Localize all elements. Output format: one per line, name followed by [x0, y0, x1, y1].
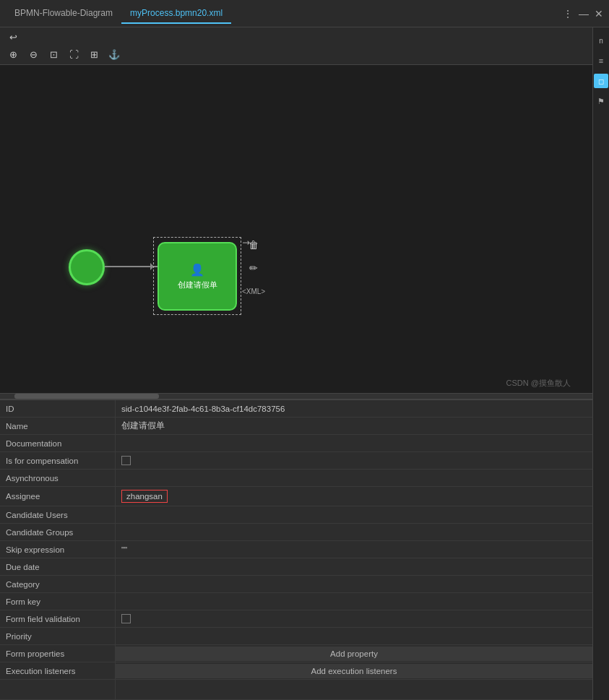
tab-bpmn-xml[interactable]: myProcess.bpmn20.xml [121, 4, 231, 24]
skip-expression-value[interactable]: "" [116, 541, 592, 558]
id-label: ID [0, 400, 116, 417]
prop-row-skip-expression: Skip expression "" [0, 541, 592, 558]
due-date-label: Due date [0, 558, 116, 575]
name-value[interactable]: 创建请假单 [116, 418, 592, 434]
candidate-users-value[interactable] [116, 506, 592, 523]
due-date-value[interactable] [116, 558, 592, 575]
prop-row-assignee: Assignee zhangsan [0, 487, 592, 506]
form-properties-label: Form properties [0, 645, 116, 662]
sidebar-icon-n[interactable]: n [594, 33, 608, 48]
category-value[interactable] [116, 576, 592, 592]
documentation-value[interactable] [116, 435, 592, 451]
diagram-panel: ↩ ⊕ ⊖ ⊡ ⛶ ⊞ ⚓ 👤 创建请假单 [0, 27, 592, 700]
minimize-icon[interactable]: — [579, 8, 589, 20]
prop-row-form-field-validation: Form field validation [0, 610, 592, 628]
close-icon[interactable]: ✕ [595, 8, 603, 20]
add-property-button[interactable]: Add property [116, 647, 592, 661]
form-properties-value[interactable]: Add property [116, 645, 592, 662]
priority-value[interactable] [116, 628, 592, 644]
add-execution-listeners-button[interactable]: Add execution listeners [116, 664, 592, 678]
main-container: ↩ ⊕ ⊖ ⊡ ⛶ ⊞ ⚓ 👤 创建请假单 [0, 27, 609, 700]
user-task-node[interactable]: 👤 创建请假单 [157, 242, 237, 311]
sidebar-icon-panel[interactable]: ◻ [594, 74, 608, 88]
fullscreen-icon[interactable]: ⛶ [66, 48, 81, 62]
sidebar-icon-menu[interactable]: ≡ [594, 53, 608, 68]
grid-icon[interactable]: ⊞ [87, 48, 101, 62]
prop-row-form-properties: Form properties Add property [0, 645, 592, 662]
anchor-icon[interactable]: ⚓ [107, 48, 121, 62]
id-value[interactable]: sid-c1044e3f-2fab-4c61-8b3a-cf14dc783756 [116, 400, 592, 417]
form-key-label: Form key [0, 593, 116, 610]
compensation-checkbox[interactable] [121, 456, 131, 465]
candidate-groups-label: Candidate Groups [0, 524, 116, 540]
xml-label[interactable]: <XML> [246, 283, 262, 299]
compensation-label: Is for compensation [0, 452, 116, 469]
right-sidebar: n ≡ ◻ ⚑ [592, 27, 609, 700]
prop-row-documentation: Documentation [0, 435, 592, 452]
documentation-label: Documentation [0, 435, 116, 451]
task-icon: 👤 [190, 263, 204, 277]
delete-icon[interactable]: 🗑 [246, 237, 262, 253]
assignee-label: Assignee [0, 487, 116, 506]
start-event[interactable] [69, 249, 105, 285]
form-field-validation-checkbox[interactable] [121, 614, 131, 623]
canvas-area[interactable]: 👤 创建请假单 ↗ 🗑 ✏ <XML> CSDN @摸鱼散人 [0, 65, 592, 393]
execution-listeners-label: Execution listeners [0, 662, 116, 679]
prop-row-execution-listeners: Execution listeners Add execution listen… [0, 662, 592, 680]
undo-icon[interactable]: ↩ [6, 30, 20, 45]
toolbar-row-2: ⊕ ⊖ ⊡ ⛶ ⊞ ⚓ [6, 48, 587, 62]
prop-row-category: Category [0, 576, 592, 593]
skip-expression-label: Skip expression [0, 541, 116, 558]
prop-row-id: ID sid-c1044e3f-2fab-4c61-8b3a-cf14dc783… [0, 400, 592, 418]
task-label: 创建请假单 [178, 280, 217, 290]
prop-row-asynchronous: Asynchronous [0, 470, 592, 487]
sidebar-icon-flag[interactable]: ⚑ [594, 94, 608, 108]
prop-row-form-key: Form key [0, 593, 592, 610]
prop-row-compensation: Is for compensation [0, 452, 592, 470]
prop-row-name: Name 创建请假单 [0, 418, 592, 435]
category-label: Category [0, 576, 116, 592]
more-icon[interactable]: ⋮ [563, 8, 573, 20]
assignee-value[interactable]: zhangsan [116, 487, 592, 506]
asynchronous-label: Asynchronous [0, 470, 116, 486]
zoom-in-icon[interactable]: ⊕ [6, 48, 20, 62]
fit-icon[interactable]: ⊡ [46, 48, 61, 62]
priority-label: Priority [0, 628, 116, 644]
edit-icon[interactable]: ✏ [246, 260, 262, 276]
form-key-value[interactable] [116, 593, 592, 610]
prop-row-candidate-groups: Candidate Groups [0, 524, 592, 541]
prop-row-extra [0, 680, 592, 700]
asynchronous-value[interactable] [116, 470, 592, 486]
execution-listeners-value[interactable]: Add execution listeners [116, 662, 592, 679]
toolbar-row-1: ↩ [6, 30, 587, 45]
horizontal-scrollbar[interactable] [0, 393, 592, 399]
context-menu: 🗑 ✏ <XML> [246, 237, 262, 299]
assignee-text[interactable]: zhangsan [121, 490, 168, 503]
toolbar: ↩ ⊕ ⊖ ⊡ ⛶ ⊞ ⚓ [0, 27, 592, 65]
prop-row-candidate-users: Candidate Users [0, 506, 592, 524]
sequence-flow [105, 266, 157, 267]
candidate-groups-value[interactable] [116, 524, 592, 540]
form-field-validation-value[interactable] [116, 610, 592, 627]
name-label: Name [0, 418, 116, 434]
properties-panel: ID sid-c1044e3f-2fab-4c61-8b3a-cf14dc783… [0, 399, 592, 700]
title-bar: BPMN-Flowable-Diagram myProcess.bpmn20.x… [0, 0, 609, 27]
candidate-users-label: Candidate Users [0, 506, 116, 523]
prop-row-priority: Priority [0, 628, 592, 645]
form-field-validation-label: Form field validation [0, 610, 116, 627]
prop-row-due-date: Due date [0, 558, 592, 576]
watermark: CSDN @摸鱼散人 [506, 378, 571, 389]
zoom-out-icon[interactable]: ⊖ [26, 48, 40, 62]
tab-bpmn-diagram[interactable]: BPMN-Flowable-Diagram [6, 4, 121, 24]
scrollbar-thumb[interactable] [14, 394, 159, 399]
compensation-value[interactable] [116, 452, 592, 469]
